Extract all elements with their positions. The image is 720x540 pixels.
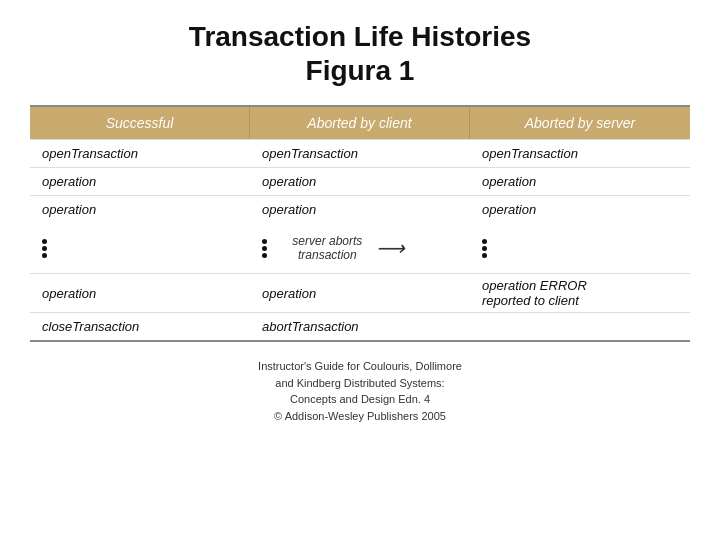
page-title: Transaction Life Histories Figura 1	[189, 20, 531, 87]
footer-line1: Instructor's Guide for Coulouris, Dollim…	[258, 360, 462, 372]
header-successful: Successful	[30, 107, 250, 139]
table-row: operation operation operation ERROR repo…	[30, 273, 690, 312]
main-table: Successful Aborted by client Aborted by …	[30, 105, 690, 342]
row2-col2: operation	[250, 168, 470, 195]
error-line2: reported to client	[482, 293, 678, 308]
row3-col2: operation	[250, 196, 470, 223]
row1-col2: openTransaction	[250, 140, 470, 167]
footer-line2: and Kindberg Distributed Systems:	[275, 377, 444, 389]
title-line2: Figura 1	[306, 55, 415, 86]
table-row: openTransaction openTransaction openTran…	[30, 139, 690, 167]
bottom1-col3: operation ERROR reported to client	[470, 274, 690, 312]
server-aborts-line1: server aborts	[292, 234, 362, 248]
dots-col1	[30, 223, 250, 273]
row2-col1: operation	[30, 168, 250, 195]
header-aborted-server: Aborted by server	[470, 107, 690, 139]
table-row: operation operation operation	[30, 195, 690, 223]
abort-col2: abortTransaction	[250, 313, 470, 340]
row2-col3: operation	[470, 168, 690, 195]
dots-row: server aborts transaction ⟶	[30, 223, 690, 273]
footer: Instructor's Guide for Coulouris, Dollim…	[258, 358, 462, 424]
table-row: operation operation operation	[30, 167, 690, 195]
row1-col3: openTransaction	[470, 140, 690, 167]
arrow-icon: ⟶	[376, 236, 405, 260]
row3-col3: operation	[470, 196, 690, 223]
page: Transaction Life Histories Figura 1 Succ…	[0, 0, 720, 540]
close-col1: closeTransaction	[30, 313, 250, 340]
empty-col3	[470, 313, 690, 340]
server-aborts-line2: transaction	[298, 248, 357, 262]
server-aborts-area: server aborts transaction ⟶	[250, 223, 470, 273]
table-row: closeTransaction abortTransaction	[30, 312, 690, 340]
row1-col1: openTransaction	[30, 140, 250, 167]
dots-col3	[470, 223, 690, 273]
bottom1-col2: operation	[250, 274, 470, 312]
footer-line3: Concepts and Design Edn. 4	[290, 393, 430, 405]
title-line1: Transaction Life Histories	[189, 21, 531, 52]
bottom1-col1: operation	[30, 274, 250, 312]
error-line1: operation ERROR	[482, 278, 678, 293]
row3-col1: operation	[30, 196, 250, 223]
table-header: Successful Aborted by client Aborted by …	[30, 107, 690, 139]
header-aborted-client: Aborted by client	[250, 107, 470, 139]
footer-line4: © Addison-Wesley Publishers 2005	[274, 410, 446, 422]
